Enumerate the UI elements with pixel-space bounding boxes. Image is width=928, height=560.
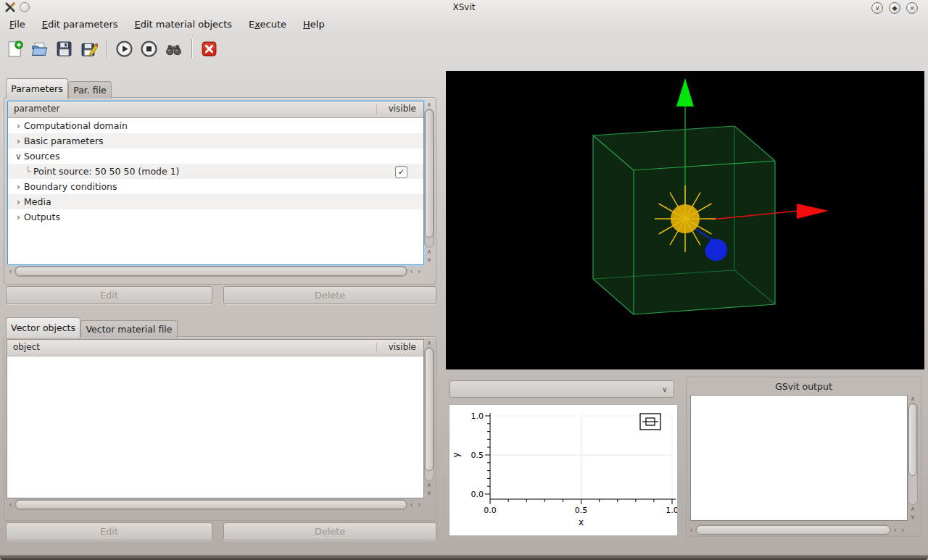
menu-execute[interactable]: Execute	[242, 17, 293, 32]
scrollbar-thumb[interactable]	[908, 404, 917, 476]
scrollbar-track[interactable]	[695, 525, 891, 535]
expander-icon[interactable]: ∨	[13, 151, 24, 162]
scroll-left-icon[interactable]: ‹	[7, 266, 14, 277]
table-row[interactable]: › Media	[8, 194, 423, 209]
parameters-hscrollbar[interactable]: ‹‹›	[7, 266, 423, 277]
scrollbar-track[interactable]	[14, 499, 407, 510]
menu-edit-material-objects[interactable]: Edit material objects	[128, 17, 239, 32]
scroll-up-icon[interactable]: ∧	[908, 395, 918, 403]
scroll-up-icon[interactable]: ∧	[908, 505, 918, 513]
chevron-down-icon[interactable]: ∨	[656, 385, 674, 393]
column-header-visible[interactable]: visible	[389, 104, 416, 114]
edit-parameter-button[interactable]: Edit	[6, 286, 212, 304]
expander-icon[interactable]: ›	[13, 212, 24, 222]
toolbar-separator	[107, 39, 107, 58]
column-header-visible[interactable]: visible	[389, 342, 416, 352]
table-row[interactable]: › Outputs	[8, 209, 423, 225]
edit-object-button[interactable]: Edit	[6, 522, 212, 540]
scrollbar-thumb[interactable]	[425, 109, 434, 238]
stop-button[interactable]	[137, 37, 160, 60]
close-window-button[interactable]: ×	[906, 2, 918, 14]
table-row[interactable]: ∨ Sources	[8, 149, 423, 164]
scroll-down-icon[interactable]: ∨	[908, 513, 918, 521]
tab-vector-objects[interactable]: Vector objects	[6, 317, 80, 338]
maximize-window-button[interactable]: ◆	[889, 2, 900, 14]
run-button[interactable]	[112, 37, 136, 60]
new-file-button[interactable]	[3, 37, 26, 60]
table-row[interactable]: › Basic parameters	[8, 133, 423, 149]
gsvit-output-vscrollbar[interactable]: ∧∧∨	[908, 395, 918, 521]
xy-graph-panel[interactable]: 0.00.00.50.51.01.0xy	[449, 404, 678, 536]
scrollbar-thumb[interactable]	[425, 348, 434, 471]
binoculars-icon	[165, 40, 183, 58]
scroll-left-icon[interactable]: ‹	[407, 266, 415, 277]
expander-icon[interactable]: ›	[13, 182, 24, 192]
tab-parameters[interactable]: Parameters	[6, 78, 68, 99]
column-header-parameter[interactable]: parameter	[14, 104, 59, 114]
tree-row-label: Point source: 50 50 50 (mode 1)	[33, 166, 179, 177]
scroll-down-icon[interactable]: ∨	[424, 256, 434, 264]
viewport-3d[interactable]	[446, 71, 924, 369]
vector-objects-vscrollbar[interactable]: ∧∧∨	[424, 339, 434, 497]
visible-checkbox[interactable]: ✓	[395, 166, 407, 178]
column-separator[interactable]	[376, 104, 377, 114]
column-separator[interactable]	[376, 343, 377, 353]
svg-text:y: y	[451, 452, 461, 457]
parameters-vscrollbar[interactable]: ∧∧∨	[424, 101, 434, 264]
tab-vector-material-file[interactable]: Vector material file	[80, 320, 178, 338]
titlebar[interactable]: XSvit ∨ ◆ ×	[0, 0, 928, 14]
vector-objects-hscrollbar[interactable]: ‹‹›	[7, 499, 423, 510]
scrollbar-track[interactable]	[424, 347, 434, 481]
tree-row-label: Outputs	[24, 212, 60, 222]
column-header-object[interactable]: object	[13, 342, 40, 352]
scrollbar-track[interactable]	[908, 403, 918, 505]
scroll-up-icon[interactable]: ∧	[424, 339, 434, 347]
expander-icon[interactable]: ›	[13, 197, 24, 207]
save-file-button[interactable]	[52, 37, 75, 60]
open-file-button[interactable]	[28, 37, 51, 60]
output-select-combobox[interactable]: ∨	[450, 380, 674, 398]
scroll-right-icon[interactable]: ›	[415, 499, 423, 510]
expander-icon[interactable]: ›	[13, 136, 24, 146]
scroll-right-icon[interactable]: ›	[899, 525, 907, 535]
vector-objects-header[interactable]: object visible	[7, 340, 423, 356]
scroll-left-icon[interactable]: ‹	[891, 525, 899, 535]
scrollbar-thumb[interactable]	[15, 500, 407, 509]
parameters-tree[interactable]: parameter visible › Computational domain…	[7, 101, 424, 265]
save-file-as-button[interactable]	[77, 37, 100, 60]
shade-window-button[interactable]: ∨	[871, 2, 883, 14]
gsvit-output-text[interactable]	[690, 395, 908, 521]
delete-object-button[interactable]: Delete	[223, 522, 436, 540]
menu-help[interactable]: Help	[297, 17, 331, 32]
scroll-up-icon[interactable]: ∧	[424, 481, 434, 489]
menu-file[interactable]: File	[3, 17, 32, 32]
table-row[interactable]: › Boundary conditions	[8, 179, 423, 194]
scroll-left-icon[interactable]: ‹	[407, 499, 415, 510]
find-button[interactable]	[162, 37, 185, 60]
scrollbar-track[interactable]	[424, 109, 434, 248]
menu-edit-parameters[interactable]: Edit parameters	[36, 17, 125, 32]
vector-objects-list[interactable]: object visible	[7, 339, 424, 498]
scrollbar-track[interactable]	[14, 266, 407, 277]
scrollbar-thumb[interactable]	[15, 267, 407, 276]
open-file-icon	[30, 40, 49, 58]
scroll-up-icon[interactable]: ∧	[424, 248, 434, 256]
new-file-icon	[6, 40, 24, 58]
expander-icon[interactable]: └	[22, 167, 33, 177]
quit-button[interactable]	[197, 37, 220, 60]
scroll-right-icon[interactable]: ›	[415, 266, 423, 277]
table-row[interactable]: └ Point source: 50 50 50 (mode 1) ✓	[8, 164, 423, 179]
expander-icon[interactable]: ›	[13, 121, 24, 131]
scrollbar-thumb[interactable]	[696, 525, 890, 535]
delete-parameter-button[interactable]: Delete	[223, 286, 436, 304]
table-row[interactable]: › Computational domain	[8, 118, 423, 133]
scroll-left-icon[interactable]: ‹	[7, 499, 14, 510]
y-axis-arrow	[676, 78, 694, 106]
tab-par-file[interactable]: Par. file	[68, 81, 112, 99]
scroll-left-icon[interactable]: ‹	[687, 525, 695, 535]
parameters-tree-header[interactable]: parameter visible	[8, 101, 423, 118]
scroll-down-icon[interactable]: ∨	[424, 489, 434, 497]
tree-row-label: Media	[24, 196, 51, 207]
gsvit-output-hscrollbar[interactable]: ‹‹›	[687, 525, 907, 535]
scroll-up-icon[interactable]: ∧	[424, 101, 434, 109]
